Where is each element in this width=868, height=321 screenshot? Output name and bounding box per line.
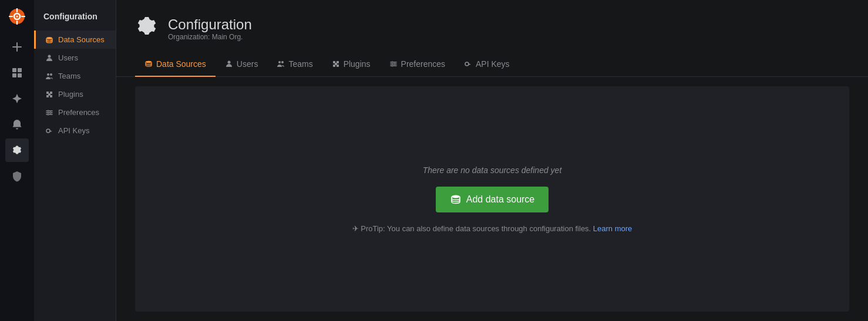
tab-label-data-sources: Data Sources (156, 59, 206, 69)
sub-sidebar-item-preferences[interactable]: Preferences (34, 103, 116, 121)
svg-point-18 (46, 129, 50, 133)
preferences-icon (45, 109, 53, 117)
tab-label-preferences: Preferences (401, 59, 445, 69)
svg-point-11 (46, 37, 52, 39)
content-area: There are no data sources defined yet Ad… (135, 86, 849, 312)
rocket-icon: ✈ (352, 224, 359, 233)
config-icon (135, 14, 159, 43)
tab-users[interactable]: Users (216, 52, 268, 77)
tab-datasource-icon (144, 60, 153, 68)
empty-message: There are no data sources defined yet (423, 165, 562, 175)
tab-label-api-keys: API Keys (476, 59, 510, 69)
sidebar-item-configuration[interactable] (5, 138, 29, 162)
sub-sidebar-item-teams[interactable]: Teams (34, 67, 116, 85)
sub-sidebar-label-teams: Teams (58, 72, 80, 80)
svg-point-24 (393, 63, 395, 65)
tab-label-plugins: Plugins (344, 59, 371, 69)
tab-label-users: Users (237, 59, 258, 69)
sub-sidebar: Configuration Data Sources Users (34, 0, 116, 321)
sub-sidebar-label-users: Users (58, 53, 78, 62)
tab-teams[interactable]: Teams (267, 52, 322, 77)
sub-sidebar-item-data-sources[interactable]: Data Sources (34, 31, 116, 49)
tab-preferences-icon (389, 60, 398, 68)
svg-point-23 (391, 62, 392, 63)
sub-sidebar-label-plugins: Plugins (58, 90, 83, 99)
page-header: Configuration Organization: Main Org. (116, 0, 868, 52)
app-logo[interactable] (5, 5, 29, 28)
svg-point-20 (227, 61, 230, 64)
sub-sidebar-label-data-sources: Data Sources (58, 35, 105, 44)
add-datasource-icon (450, 194, 462, 205)
svg-point-22 (281, 61, 284, 63)
protip-message: ProTip: You can also define data sources… (361, 224, 591, 233)
datasource-icon (45, 36, 53, 44)
svg-rect-9 (12, 73, 16, 77)
add-datasource-label: Add data source (466, 194, 535, 205)
tab-plugins[interactable]: Plugins (322, 52, 380, 77)
tab-label-teams: Teams (288, 59, 312, 69)
svg-point-17 (48, 113, 49, 114)
tab-teams-icon (277, 60, 285, 68)
sidebar-item-new[interactable] (5, 35, 29, 59)
sub-sidebar-title: Configuration (34, 5, 116, 31)
svg-rect-7 (12, 68, 16, 72)
api-keys-icon (45, 127, 53, 135)
learn-more-link[interactable]: Learn more (593, 224, 632, 233)
tabs-bar: Data Sources Users Teams (116, 52, 868, 77)
add-datasource-button[interactable]: Add data source (436, 187, 549, 212)
svg-rect-10 (18, 73, 22, 77)
svg-point-19 (146, 61, 152, 63)
svg-point-13 (47, 73, 49, 76)
page-subtitle: Organization: Main Org. (168, 33, 252, 41)
sidebar-item-explore[interactable] (5, 87, 29, 110)
svg-point-2 (16, 16, 18, 18)
svg-rect-8 (18, 68, 22, 72)
tab-preferences[interactable]: Preferences (380, 52, 455, 77)
tab-data-sources[interactable]: Data Sources (135, 52, 216, 77)
sidebar-item-shield[interactable] (5, 164, 29, 188)
teams-icon (45, 72, 53, 80)
protip-text: ✈ ProTip: You can also define data sourc… (352, 224, 633, 233)
svg-point-27 (452, 195, 460, 198)
icon-sidebar (0, 0, 34, 321)
tab-api-keys[interactable]: API Keys (455, 52, 519, 77)
svg-point-15 (48, 110, 49, 111)
svg-point-25 (391, 65, 392, 66)
sidebar-item-dashboards[interactable] (5, 61, 29, 85)
main-content: Configuration Organization: Main Org. Da… (116, 0, 868, 321)
sub-sidebar-label-api-keys: API Keys (58, 126, 89, 135)
tab-api-keys-icon (464, 60, 472, 68)
plugins-icon (45, 90, 53, 99)
tab-user-icon (225, 60, 233, 68)
sub-sidebar-label-preferences: Preferences (58, 108, 99, 117)
sidebar-item-alerting[interactable] (5, 113, 29, 136)
svg-point-12 (48, 55, 51, 58)
svg-point-14 (50, 73, 52, 76)
svg-point-26 (465, 62, 469, 66)
sub-sidebar-item-plugins[interactable]: Plugins (34, 85, 116, 103)
page-title: Configuration (168, 16, 252, 33)
tab-plugins-icon (332, 60, 340, 68)
user-icon (45, 54, 53, 62)
sub-sidebar-item-users[interactable]: Users (34, 49, 116, 67)
svg-point-16 (50, 111, 51, 113)
sub-sidebar-item-api-keys[interactable]: API Keys (34, 121, 116, 140)
page-header-text: Configuration Organization: Main Org. (168, 16, 252, 41)
svg-point-21 (278, 61, 281, 63)
